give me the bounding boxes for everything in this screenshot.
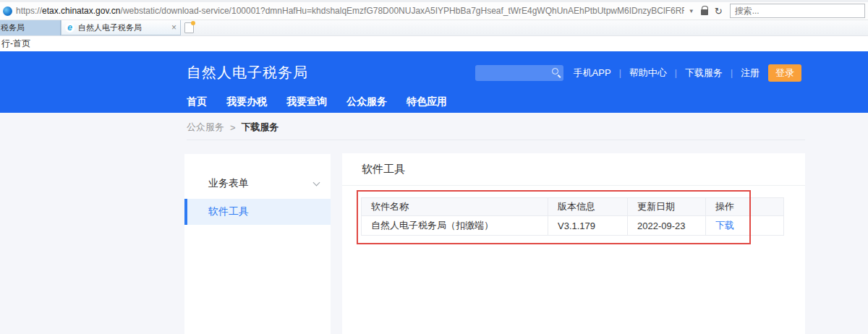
col-update-date: 更新日期 (628, 198, 706, 216)
url-dropdown-icon[interactable]: ▼ (689, 8, 694, 14)
panel-title: 软件工具 (342, 153, 805, 176)
sidebar-item-label: 软件工具 (208, 205, 249, 218)
breadcrumb-divider (187, 140, 805, 140)
favorites-text[interactable]: 行-首页 (1, 38, 30, 50)
chevron-down-icon (313, 179, 320, 186)
browser-search-input[interactable] (735, 6, 860, 16)
link-register[interactable]: 注册 (741, 67, 760, 80)
separator: | (675, 68, 677, 78)
sidebar-item-business-forms[interactable]: 业务表单 (184, 168, 331, 199)
refresh-icon[interactable]: ↻ (715, 6, 723, 17)
site-header: 自然人电子税务局 首页 我要办税 我要查询 公众服务 特色应用 手机APP | … (0, 51, 868, 113)
browser-tab-bar: 税务局 e 自然人电子税务局 × (0, 20, 868, 36)
browser-address-bar: https://etax.chinatax.gov.cn/webstatic/d… (0, 0, 868, 20)
sidebar: 业务表单 软件工具 (184, 154, 331, 334)
cell-software-name: 自然人电子税务局（扣缴端） (362, 216, 548, 236)
header-right: 手机APP | 帮助中心 | 下载服务 | 注册 登录 (475, 64, 801, 82)
software-table: 软件名称 版本信息 更新日期 操作 自然人电子税务局（扣缴端） V3.1.179… (361, 197, 784, 236)
site-title: 自然人电子税务局 (187, 63, 308, 82)
page-body: 公众服务 > 下载服务 业务表单 软件工具 软件工具 软件名称 版本信息 更新日… (0, 113, 868, 334)
favorites-row: 行-首页 (0, 36, 868, 51)
tab-label: 税务局 (1, 22, 60, 33)
tab-label: 自然人电子税务局 (78, 22, 169, 33)
header-search-box[interactable] (475, 65, 563, 81)
separator: | (731, 68, 733, 78)
table-row: 自然人电子税务局（扣缴端） V3.1.179 2022-09-23 下载 (362, 216, 784, 236)
panel-divider (342, 185, 805, 186)
breadcrumb-current: 下载服务 (242, 121, 279, 134)
cell-update-date: 2022-09-23 (628, 216, 706, 236)
link-mobile-app[interactable]: 手机APP (574, 67, 611, 80)
url-domain: etax.chinatax.gov.cn (42, 6, 121, 16)
col-version: 版本信息 (548, 198, 628, 216)
url-scheme: https:// (16, 6, 42, 16)
tab-inactive[interactable]: 税务局 (0, 20, 61, 35)
separator: | (619, 68, 621, 78)
browser-search-box[interactable] (730, 4, 865, 18)
breadcrumb-separator-icon: > (230, 122, 236, 133)
col-action: 操作 (706, 198, 784, 216)
new-tab-icon[interactable] (184, 22, 194, 33)
site-favicon-icon (3, 7, 12, 16)
tab-active[interactable]: e 自然人电子税务局 × (61, 20, 181, 35)
search-icon[interactable] (552, 68, 558, 74)
cell-version: V3.1.179 (548, 216, 628, 236)
content-panel: 软件工具 软件名称 版本信息 更新日期 操作 自然人电子税务局（扣缴端） V3.… (342, 153, 805, 334)
lock-icon (701, 9, 708, 15)
url-field[interactable]: https://etax.chinatax.gov.cn/webstatic/d… (16, 6, 684, 16)
link-help-center[interactable]: 帮助中心 (629, 67, 667, 80)
table-header-row: 软件名称 版本信息 更新日期 操作 (362, 198, 784, 216)
sidebar-item-label: 业务表单 (208, 177, 249, 190)
sidebar-item-software-tools[interactable]: 软件工具 (184, 199, 331, 225)
header-search-input[interactable] (475, 65, 563, 81)
link-download-service[interactable]: 下载服务 (685, 67, 723, 80)
breadcrumb: 公众服务 > 下载服务 (187, 121, 279, 134)
download-link[interactable]: 下载 (715, 220, 734, 231)
ie-icon: e (65, 23, 75, 33)
tab-close-icon[interactable]: × (171, 22, 176, 33)
col-software-name: 软件名称 (362, 198, 548, 216)
url-path: /webstatic/download-service/100001?dmnHa… (121, 6, 684, 16)
login-button[interactable]: 登录 (768, 64, 801, 82)
breadcrumb-parent[interactable]: 公众服务 (187, 121, 224, 134)
